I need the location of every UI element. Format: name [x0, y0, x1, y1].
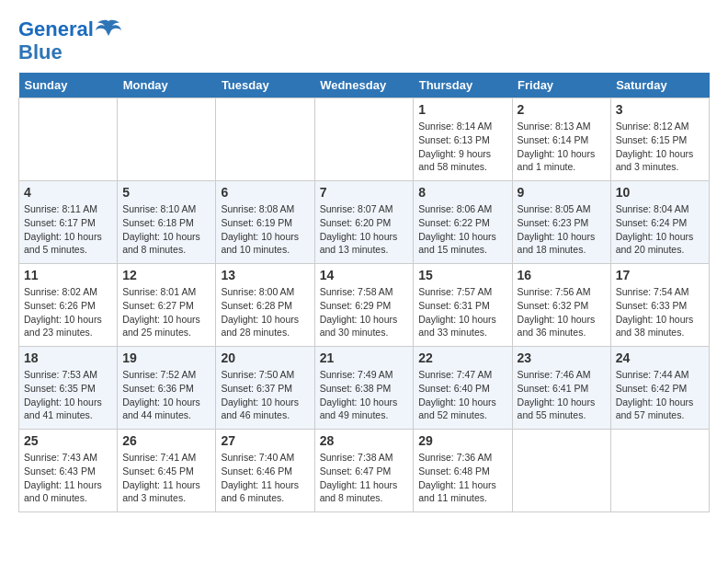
day-number: 28 — [320, 433, 409, 448]
day-number: 19 — [122, 350, 210, 365]
calendar-cell: 29Sunrise: 7:36 AM Sunset: 6:48 PM Dayli… — [414, 430, 512, 512]
calendar-cell — [118, 98, 216, 181]
day-number: 23 — [518, 350, 606, 365]
day-number: 26 — [122, 433, 210, 448]
calendar-cell — [216, 98, 314, 181]
day-number: 25 — [24, 433, 112, 448]
day-info: Sunrise: 8:08 AM Sunset: 6:19 PM Dayligh… — [221, 202, 309, 257]
day-info: Sunrise: 8:13 AM Sunset: 6:14 PM Dayligh… — [518, 120, 606, 174]
calendar-cell: 23Sunrise: 7:46 AM Sunset: 6:41 PM Dayli… — [512, 347, 610, 430]
calendar-header-row: SundayMondayTuesdayWednesdayThursdayFrid… — [19, 73, 710, 98]
calendar-cell: 5Sunrise: 8:10 AM Sunset: 6:18 PM Daylig… — [118, 181, 216, 264]
day-number: 4 — [24, 185, 112, 200]
calendar-cell: 18Sunrise: 7:53 AM Sunset: 6:35 PM Dayli… — [19, 347, 118, 430]
day-info: Sunrise: 7:43 AM Sunset: 6:43 PM Dayligh… — [24, 451, 112, 505]
day-info: Sunrise: 7:38 AM Sunset: 6:47 PM Dayligh… — [320, 451, 409, 505]
calendar-cell — [512, 430, 610, 512]
day-info: Sunrise: 7:36 AM Sunset: 6:48 PM Dayligh… — [418, 451, 506, 505]
day-number: 8 — [418, 185, 506, 200]
calendar-cell: 7Sunrise: 8:07 AM Sunset: 6:20 PM Daylig… — [314, 181, 414, 264]
day-number: 5 — [122, 185, 210, 200]
calendar-cell: 15Sunrise: 7:57 AM Sunset: 6:31 PM Dayli… — [414, 264, 512, 347]
calendar-cell: 6Sunrise: 8:08 AM Sunset: 6:19 PM Daylig… — [216, 181, 314, 264]
calendar-week-row: 18Sunrise: 7:53 AM Sunset: 6:35 PM Dayli… — [19, 347, 710, 430]
day-info: Sunrise: 8:10 AM Sunset: 6:18 PM Dayligh… — [122, 202, 210, 257]
calendar-cell: 17Sunrise: 7:54 AM Sunset: 6:33 PM Dayli… — [610, 264, 709, 347]
day-number: 15 — [418, 268, 506, 282]
day-info: Sunrise: 8:00 AM Sunset: 6:28 PM Dayligh… — [221, 285, 309, 339]
day-info: Sunrise: 7:58 AM Sunset: 6:29 PM Dayligh… — [320, 285, 409, 339]
day-number: 14 — [320, 268, 409, 282]
col-header-thursday: Thursday — [414, 73, 512, 98]
calendar-cell: 13Sunrise: 8:00 AM Sunset: 6:28 PM Dayli… — [216, 264, 314, 347]
col-header-wednesday: Wednesday — [314, 73, 414, 98]
day-number: 16 — [518, 268, 606, 282]
day-number: 24 — [616, 350, 704, 365]
calendar-cell: 19Sunrise: 7:52 AM Sunset: 6:36 PM Dayli… — [118, 347, 216, 430]
calendar-cell: 25Sunrise: 7:43 AM Sunset: 6:43 PM Dayli… — [19, 430, 118, 512]
day-info: Sunrise: 7:49 AM Sunset: 6:38 PM Dayligh… — [320, 368, 409, 422]
day-info: Sunrise: 8:06 AM Sunset: 6:22 PM Dayligh… — [418, 202, 506, 257]
day-info: Sunrise: 8:04 AM Sunset: 6:24 PM Dayligh… — [616, 202, 704, 257]
day-number: 20 — [221, 350, 309, 365]
day-number: 2 — [518, 102, 606, 117]
day-info: Sunrise: 8:12 AM Sunset: 6:15 PM Dayligh… — [616, 120, 704, 174]
day-info: Sunrise: 7:41 AM Sunset: 6:45 PM Dayligh… — [122, 451, 210, 505]
day-info: Sunrise: 7:44 AM Sunset: 6:42 PM Dayligh… — [616, 368, 704, 422]
calendar-week-row: 11Sunrise: 8:02 AM Sunset: 6:26 PM Dayli… — [19, 264, 710, 347]
day-info: Sunrise: 7:54 AM Sunset: 6:33 PM Dayligh… — [616, 285, 704, 339]
day-info: Sunrise: 7:40 AM Sunset: 6:46 PM Dayligh… — [221, 451, 309, 505]
day-info: Sunrise: 7:52 AM Sunset: 6:36 PM Dayligh… — [122, 368, 210, 422]
calendar-cell: 27Sunrise: 7:40 AM Sunset: 6:46 PM Dayli… — [216, 430, 314, 512]
calendar-week-row: 1Sunrise: 8:14 AM Sunset: 6:13 PM Daylig… — [19, 98, 710, 181]
col-header-tuesday: Tuesday — [216, 73, 314, 98]
day-number: 11 — [24, 268, 112, 282]
day-number: 13 — [221, 268, 309, 282]
calendar-cell — [19, 98, 118, 181]
page-header: General Blue — [18, 18, 710, 63]
calendar-week-row: 25Sunrise: 7:43 AM Sunset: 6:43 PM Dayli… — [19, 430, 710, 512]
calendar-cell: 8Sunrise: 8:06 AM Sunset: 6:22 PM Daylig… — [414, 181, 512, 264]
day-number: 17 — [616, 268, 704, 282]
calendar-table: SundayMondayTuesdayWednesdayThursdayFrid… — [18, 73, 710, 512]
calendar-cell: 14Sunrise: 7:58 AM Sunset: 6:29 PM Dayli… — [314, 264, 414, 347]
day-info: Sunrise: 7:50 AM Sunset: 6:37 PM Dayligh… — [221, 368, 309, 422]
day-number: 9 — [518, 185, 606, 200]
calendar-cell: 4Sunrise: 8:11 AM Sunset: 6:17 PM Daylig… — [19, 181, 118, 264]
logo-bird-icon — [96, 19, 121, 40]
col-header-saturday: Saturday — [610, 73, 709, 98]
day-info: Sunrise: 7:56 AM Sunset: 6:32 PM Dayligh… — [518, 285, 606, 339]
logo: General Blue — [18, 18, 121, 63]
calendar-cell: 22Sunrise: 7:47 AM Sunset: 6:40 PM Dayli… — [414, 347, 512, 430]
calendar-cell — [610, 430, 709, 512]
col-header-friday: Friday — [512, 73, 610, 98]
day-number: 22 — [418, 350, 506, 365]
day-number: 18 — [24, 350, 112, 365]
calendar-cell: 24Sunrise: 7:44 AM Sunset: 6:42 PM Dayli… — [610, 347, 709, 430]
calendar-week-row: 4Sunrise: 8:11 AM Sunset: 6:17 PM Daylig… — [19, 181, 710, 264]
col-header-monday: Monday — [118, 73, 216, 98]
day-info: Sunrise: 7:57 AM Sunset: 6:31 PM Dayligh… — [418, 285, 506, 339]
day-info: Sunrise: 7:53 AM Sunset: 6:35 PM Dayligh… — [24, 368, 112, 422]
day-number: 27 — [221, 433, 309, 448]
calendar-cell: 16Sunrise: 7:56 AM Sunset: 6:32 PM Dayli… — [512, 264, 610, 347]
day-info: Sunrise: 8:07 AM Sunset: 6:20 PM Dayligh… — [320, 202, 409, 257]
day-info: Sunrise: 8:14 AM Sunset: 6:13 PM Dayligh… — [418, 120, 506, 174]
col-header-sunday: Sunday — [19, 73, 118, 98]
calendar-cell: 9Sunrise: 8:05 AM Sunset: 6:23 PM Daylig… — [512, 181, 610, 264]
day-number: 6 — [221, 185, 309, 200]
calendar-cell: 2Sunrise: 8:13 AM Sunset: 6:14 PM Daylig… — [512, 98, 610, 181]
calendar-cell — [314, 98, 414, 181]
day-info: Sunrise: 7:47 AM Sunset: 6:40 PM Dayligh… — [418, 368, 506, 422]
day-number: 21 — [320, 350, 409, 365]
day-number: 1 — [418, 102, 506, 117]
calendar-cell: 21Sunrise: 7:49 AM Sunset: 6:38 PM Dayli… — [314, 347, 414, 430]
day-info: Sunrise: 8:02 AM Sunset: 6:26 PM Dayligh… — [24, 285, 112, 339]
day-info: Sunrise: 8:01 AM Sunset: 6:27 PM Dayligh… — [122, 285, 210, 339]
calendar-cell: 11Sunrise: 8:02 AM Sunset: 6:26 PM Dayli… — [19, 264, 118, 347]
day-number: 12 — [122, 268, 210, 282]
calendar-cell: 26Sunrise: 7:41 AM Sunset: 6:45 PM Dayli… — [118, 430, 216, 512]
day-info: Sunrise: 7:46 AM Sunset: 6:41 PM Dayligh… — [518, 368, 606, 422]
day-number: 7 — [320, 185, 409, 200]
day-info: Sunrise: 8:05 AM Sunset: 6:23 PM Dayligh… — [518, 202, 606, 257]
